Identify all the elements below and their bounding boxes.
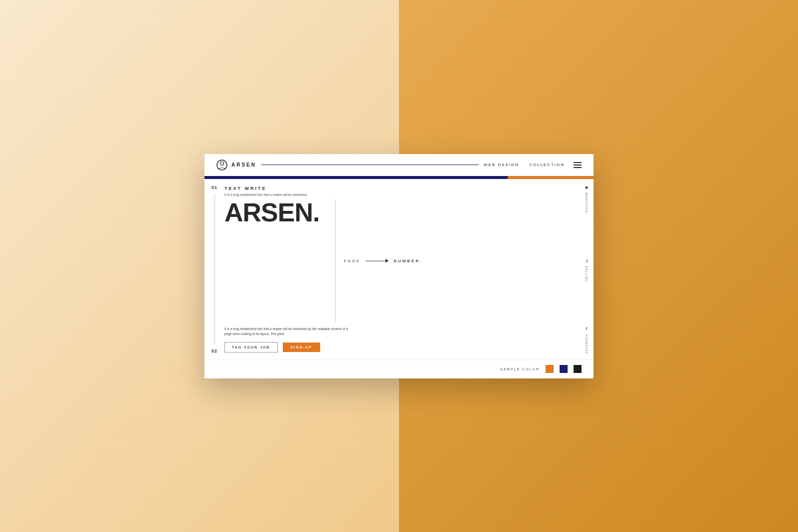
hamburger-line-1 — [574, 162, 582, 163]
logo-area: ARSEN — [216, 160, 256, 171]
hamburger-menu[interactable] — [574, 162, 582, 168]
sample-color-label: SAMPLE COLOR — [500, 367, 540, 371]
arrow-line — [366, 259, 389, 263]
buttons-row: TAG YOUR JOB SIGN-UP — [224, 342, 570, 353]
social-facebook[interactable]: f FACEBOOK — [585, 327, 588, 354]
arrow-head — [386, 259, 389, 263]
page-label: PAGE — [344, 259, 361, 263]
instagram-icon: ■ — [585, 185, 588, 190]
page-number-area: PAGE NUMBER. — [344, 199, 570, 323]
page-number-row: PAGE NUMBER. — [344, 259, 570, 263]
subtitle-text: It is a long established fact that a rea… — [224, 193, 570, 196]
nav-web-design[interactable]: WEB DESIGN — [484, 163, 519, 167]
logo-icon — [216, 160, 227, 171]
middle-section: ARSEN. PAGE NUMBER. — [224, 199, 570, 323]
facebook-icon: f — [586, 327, 588, 332]
social-bar: ■ INSTAGRAM 𝕫 TWITTER f FACEBOOK — [580, 179, 594, 359]
description-text: It is a long established fact that a rea… — [224, 327, 354, 337]
tag-your-job-button[interactable]: TAG YOUR JOB — [224, 342, 278, 353]
facebook-label: FACEBOOK — [585, 334, 588, 354]
hamburger-line-3 — [574, 167, 582, 168]
header-divider-line — [261, 165, 479, 165]
hamburger-line-2 — [574, 165, 582, 166]
big-text-area: ARSEN. — [224, 199, 327, 323]
swatch-orange — [546, 365, 554, 373]
twitter-icon: 𝕫 — [586, 258, 588, 263]
twitter-label: TWITTER — [585, 265, 588, 282]
main-window: ARSEN WEB DESIGN COLLECTION 01 02 TEXT W… — [204, 154, 594, 378]
nav-links: WEB DESIGN COLLECTION — [484, 163, 565, 167]
social-instagram[interactable]: ■ INSTAGRAM — [585, 185, 588, 213]
number-02: 02 — [211, 349, 217, 354]
logo-text: ARSEN — [231, 162, 256, 168]
vertical-divider — [335, 199, 336, 323]
brand-name-large: ARSEN. — [224, 199, 319, 225]
content-area: TEXT WRITE It is a long established fact… — [224, 179, 580, 359]
arrow-bar — [366, 261, 386, 261]
vertical-line — [214, 194, 215, 345]
header: ARSEN WEB DESIGN COLLECTION — [204, 154, 594, 176]
sign-up-button[interactable]: SIGN-UP — [283, 343, 320, 352]
svg-point-1 — [220, 162, 224, 165]
swatch-navy — [560, 365, 568, 373]
section-header: TEXT WRITE It is a long established fact… — [224, 186, 570, 199]
instagram-label: INSTAGRAM — [585, 192, 588, 213]
swatch-black — [574, 365, 582, 373]
section-label: TEXT WRITE — [224, 186, 570, 191]
number-01: 01 — [211, 185, 217, 190]
main-content: 01 02 TEXT WRITE It is a long establishe… — [204, 179, 594, 359]
social-twitter[interactable]: 𝕫 TWITTER — [585, 258, 588, 282]
side-numbers: 01 02 — [204, 179, 224, 359]
footer: SAMPLE COLOR — [204, 359, 594, 378]
number-label: NUMBER. — [394, 259, 422, 263]
nav-collection[interactable]: COLLECTION — [529, 163, 565, 167]
